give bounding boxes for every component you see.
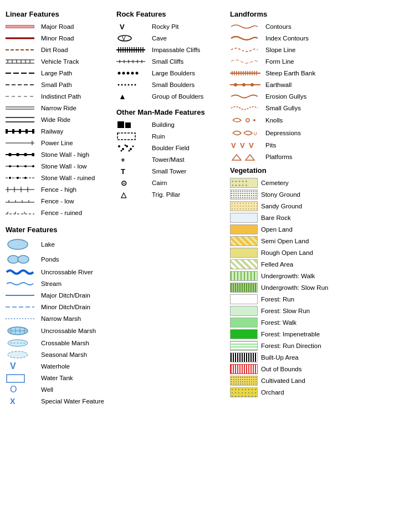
list-item: Boulder Field <box>116 143 224 153</box>
svg-point-36 <box>9 177 11 179</box>
svg-point-108 <box>130 148 132 150</box>
svg-point-27 <box>16 153 19 156</box>
list-item: Forest: Impenetrable <box>230 329 393 339</box>
label-small-cliffs: Small Cliffs <box>152 58 183 65</box>
list-item: Out of Bounds <box>230 364 393 374</box>
svg-point-94 <box>131 72 134 75</box>
list-item: △ Trig. Pillar <box>116 190 224 200</box>
label-ruin: Ruin <box>152 133 165 140</box>
svg-point-95 <box>136 72 139 75</box>
svg-point-112 <box>132 146 134 147</box>
list-item: Form Line <box>230 57 393 66</box>
list-item: Lake <box>6 237 114 252</box>
label-lake: Lake <box>41 241 55 248</box>
label-orchard: Orchard <box>261 389 284 396</box>
list-item: ∪ Depressions <box>230 127 393 139</box>
list-item: Undergrowth: Walk <box>230 271 393 281</box>
svg-rect-68 <box>7 375 24 382</box>
list-item: Open Land <box>230 224 393 234</box>
list-item: Dirt Road <box>6 45 114 55</box>
svg-point-34 <box>32 165 34 167</box>
list-item: Uncrossable Marsh <box>6 325 114 336</box>
list-item: Stone Wall - low <box>6 161 114 171</box>
list-item: V Cave <box>116 33 224 43</box>
svg-point-109 <box>121 150 122 152</box>
label-minor-road: Minor Road <box>41 35 74 42</box>
label-large-boulders: Large Boulders <box>152 70 195 76</box>
label-undergrowth-slow: Undergrowth: Slow Run <box>261 284 328 291</box>
svg-point-91 <box>118 72 121 75</box>
list-item: Built-Up Area <box>230 352 393 362</box>
label-forest-run-dir: Forest: Run Direction <box>261 342 321 349</box>
label-cairn: Cairn <box>152 180 167 186</box>
svg-point-129 <box>250 83 254 86</box>
label-fence-high: Fence - high <box>41 186 76 193</box>
svg-point-67 <box>8 351 28 358</box>
list-item: T Small Tower <box>116 166 224 176</box>
label-steep-earth-bank: Steep Earth Bank <box>265 70 315 76</box>
list-item: X Special Water Feature <box>6 396 114 406</box>
list-item: Earthwall <box>230 80 393 90</box>
list-item: + Tower/Mast <box>116 155 224 165</box>
list-item: Forest: Run <box>230 294 393 304</box>
list-item: Impassable Cliffs <box>116 45 224 55</box>
label-well: Well <box>41 386 53 393</box>
list-item: Forest: Walk <box>230 318 393 328</box>
label-dirt-road: Dirt Road <box>41 47 68 53</box>
list-item: ▲ Group of Boulders <box>116 91 224 101</box>
label-stone-wall-ruined: Stone Wall - ruined <box>41 175 95 181</box>
label-forest-run: Forest: Run <box>261 296 294 303</box>
list-item: V Rocky Pit <box>116 22 224 32</box>
label-small-tower: Small Tower <box>152 168 186 175</box>
svg-text:V: V <box>249 141 254 150</box>
svg-point-99 <box>128 84 130 86</box>
list-item: Major Road <box>6 22 114 32</box>
svg-point-111 <box>129 150 130 152</box>
svg-point-105 <box>118 145 120 147</box>
svg-point-107 <box>126 145 128 147</box>
list-item: Fence - low <box>6 196 114 206</box>
list-item: Semi Open Land <box>230 236 393 246</box>
label-stone-wall-low: Stone Wall - low <box>41 163 87 170</box>
list-item: Vehicle Track <box>6 57 114 66</box>
water-features-title: Water Features <box>6 226 114 234</box>
label-undergrowth-walk: Undergrowth: Walk <box>261 273 315 279</box>
list-item: Small Boulders <box>116 80 224 90</box>
list-item: Small Cliffs <box>116 57 224 66</box>
linear-features-title: Linear Features <box>6 10 114 18</box>
list-item: Minor Ditch/Drain <box>6 302 114 312</box>
svg-point-53 <box>8 239 28 249</box>
label-indistinct-path: Indistinct Path <box>41 93 81 100</box>
label-built-up: Built-Up Area <box>261 354 299 361</box>
label-forest-slow-run: Forest: Slow Run <box>261 308 310 314</box>
list-item: Cultivated Land <box>230 376 393 386</box>
label-open-land: Open Land <box>261 226 293 233</box>
svg-point-98 <box>125 84 126 86</box>
label-earthwall: Earthwall <box>265 81 291 88</box>
svg-point-131 <box>253 119 255 121</box>
label-impassable-cliffs: Impassable Cliffs <box>152 47 200 53</box>
list-item: Power Line <box>6 138 114 148</box>
list-item: Index Contours <box>230 33 393 43</box>
svg-point-37 <box>17 177 19 179</box>
rock-features-title: Rock Features <box>116 10 224 18</box>
list-item: Stream <box>6 279 114 289</box>
label-felled-area: Felled Area <box>261 261 293 268</box>
label-rocky-pit: Rocky Pit <box>152 23 179 30</box>
list-item: O Well <box>6 385 114 395</box>
label-trig-pillar: Trig. Pillar <box>152 191 180 198</box>
label-water-tank: Water Tank <box>41 375 73 381</box>
vegetation-title: Vegetation <box>230 166 393 175</box>
svg-point-110 <box>125 145 126 146</box>
list-item: Forest: Slow Run <box>230 306 393 316</box>
label-bare-rock: Bare Rock <box>261 214 291 221</box>
label-index-contours: Index Contours <box>265 35 309 42</box>
svg-point-38 <box>24 177 27 179</box>
svg-text:+ + + + +: + + + + + <box>232 180 247 183</box>
label-special-water: Special Water Feature <box>41 398 104 405</box>
list-item: Small Path <box>6 80 114 90</box>
list-item: Seasonal Marsh <box>6 350 114 360</box>
svg-point-31 <box>9 165 11 167</box>
svg-rect-21 <box>25 129 28 134</box>
label-pits: Pits <box>265 142 276 149</box>
